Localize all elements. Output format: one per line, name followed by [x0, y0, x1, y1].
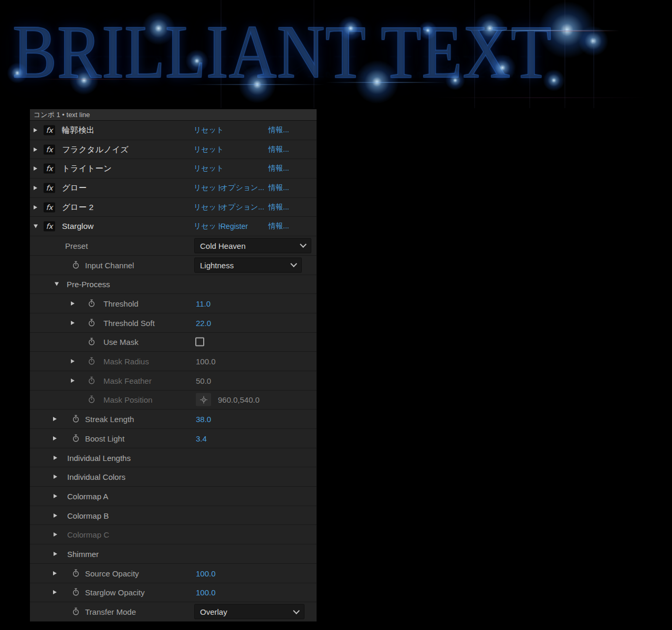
- fx-icon[interactable]: fx: [44, 125, 55, 135]
- use-mask-row[interactable]: Use Mask: [30, 333, 317, 352]
- twirl-arrow-icon[interactable]: [54, 513, 57, 518]
- preset-dropdown[interactable]: Cold Heaven: [194, 238, 311, 253]
- info-link[interactable]: 情報...: [268, 183, 289, 193]
- stopwatch-icon[interactable]: [88, 376, 96, 385]
- use-mask-checkbox[interactable]: [195, 338, 204, 346]
- twirl-arrow-icon[interactable]: [53, 417, 57, 421]
- boost-light-row[interactable]: Boost Light3.4: [30, 429, 317, 448]
- param-label: Input Channel: [85, 260, 134, 269]
- fx-icon[interactable]: fx: [44, 222, 55, 232]
- effect-row[interactable]: fxグロー 2リセットオプション...情報...: [30, 198, 317, 217]
- info-link[interactable]: 情報...: [268, 164, 289, 173]
- twirl-arrow-icon[interactable]: [71, 379, 75, 383]
- twirl-arrow-icon[interactable]: [71, 301, 75, 306]
- streak-length-row[interactable]: Streak Length38.0: [30, 410, 317, 429]
- stopwatch-icon[interactable]: [72, 261, 80, 269]
- effect-row[interactable]: fxグローリセットオプション...情報...: [30, 178, 317, 198]
- info-link[interactable]: 情報...: [268, 222, 289, 231]
- twirl-arrow-icon[interactable]: [55, 282, 59, 286]
- options-link[interactable]: オプション...: [220, 183, 264, 193]
- stopwatch-icon[interactable]: [88, 338, 96, 346]
- twirl-arrow-icon[interactable]: [54, 475, 57, 479]
- info-link[interactable]: 情報...: [268, 125, 289, 135]
- reset-link[interactable]: リセット: [194, 203, 224, 212]
- param-value[interactable]: 3.4: [196, 434, 207, 443]
- twirl-arrow-icon[interactable]: [34, 166, 37, 171]
- input-channel-dropdown[interactable]: Lightness: [194, 257, 302, 272]
- twirl-arrow-icon[interactable]: [54, 532, 57, 537]
- twirl-arrow-icon[interactable]: [34, 148, 37, 152]
- stopwatch-icon[interactable]: [72, 607, 80, 616]
- fx-icon[interactable]: fx: [44, 202, 55, 212]
- param-value[interactable]: 22.0: [196, 318, 211, 327]
- group-label: Colormap B: [67, 511, 109, 520]
- colormap-a-row[interactable]: Colormap A: [30, 487, 317, 506]
- mask-feather-row[interactable]: Mask Feather50.0: [30, 371, 317, 391]
- twirl-arrow-icon[interactable]: [34, 186, 37, 190]
- register-link[interactable]: Register: [220, 222, 248, 230]
- stopwatch-icon[interactable]: [88, 319, 96, 327]
- source-opacity-row[interactable]: Source Opacity100.0: [30, 564, 317, 583]
- dropdown-value: Lightness: [200, 260, 234, 269]
- param-label: Use Mask: [103, 338, 139, 346]
- mask-radius-row[interactable]: Mask Radius100.0: [30, 352, 317, 371]
- threshold-soft-row[interactable]: Threshold Soft22.0: [30, 313, 317, 333]
- preset-row[interactable]: PresetCold Heaven: [30, 236, 317, 256]
- transfer-mode-row[interactable]: Transfer ModeOverlay: [30, 602, 317, 622]
- panel-header-title[interactable]: コンポ 1 • text line: [30, 109, 317, 121]
- shimmer-row[interactable]: Shimmer: [30, 544, 317, 564]
- pre-process-row[interactable]: Pre-Process: [30, 275, 317, 295]
- param-value[interactable]: 960.0,540.0: [218, 395, 259, 404]
- effect-row[interactable]: fxトライトーンリセット情報...: [30, 159, 317, 178]
- colormap-c-row[interactable]: Colormap C: [30, 525, 317, 544]
- param-value[interactable]: 100.0: [196, 588, 216, 597]
- transfer-mode-dropdown[interactable]: Overlay: [194, 604, 304, 620]
- twirl-arrow-icon[interactable]: [53, 571, 57, 575]
- param-value[interactable]: 38.0: [196, 415, 211, 424]
- position-picker-icon[interactable]: [196, 393, 211, 406]
- individual-lengths-row[interactable]: Individual Lengths: [30, 448, 317, 468]
- stopwatch-icon[interactable]: [72, 588, 80, 596]
- fx-icon[interactable]: fx: [44, 183, 55, 193]
- param-value[interactable]: 50.0: [196, 376, 211, 385]
- reset-link[interactable]: リセット: [194, 183, 224, 193]
- reset-link[interactable]: リセット: [194, 222, 224, 231]
- reset-link[interactable]: リセット: [194, 145, 224, 154]
- mask-position-row[interactable]: Mask Position960.0,540.0: [30, 391, 317, 410]
- stopwatch-icon[interactable]: [72, 434, 80, 443]
- starglow-opacity-row[interactable]: Starglow Opacity100.0: [30, 583, 317, 603]
- colormap-b-row[interactable]: Colormap B: [30, 506, 317, 526]
- effect-row[interactable]: fx輪郭検出リセット情報...: [30, 121, 317, 140]
- twirl-arrow-icon[interactable]: [34, 225, 38, 228]
- twirl-arrow-icon[interactable]: [71, 321, 75, 325]
- stopwatch-icon[interactable]: [88, 395, 96, 404]
- effect-row[interactable]: fxフラクタルノイズリセット情報...: [30, 140, 317, 160]
- info-link[interactable]: 情報...: [268, 203, 289, 212]
- stopwatch-icon[interactable]: [88, 299, 96, 308]
- param-value[interactable]: 11.0: [196, 299, 211, 308]
- twirl-arrow-icon[interactable]: [54, 494, 57, 498]
- stopwatch-icon[interactable]: [88, 357, 96, 365]
- input-channel-row[interactable]: Input ChannelLightness: [30, 256, 317, 275]
- effect-row[interactable]: fxStarglowリセットRegister情報...: [30, 217, 317, 236]
- param-label: Streak Length: [85, 415, 134, 424]
- twirl-arrow-icon[interactable]: [71, 359, 75, 363]
- fx-icon[interactable]: fx: [44, 164, 55, 174]
- options-link[interactable]: オプション...: [220, 203, 264, 212]
- info-link[interactable]: 情報...: [268, 145, 289, 154]
- twirl-arrow-icon[interactable]: [53, 590, 57, 594]
- param-value[interactable]: 100.0: [196, 569, 216, 578]
- individual-colors-row[interactable]: Individual Colors: [30, 467, 317, 487]
- twirl-arrow-icon[interactable]: [34, 128, 37, 132]
- reset-link[interactable]: リセット: [194, 164, 224, 173]
- reset-link[interactable]: リセット: [194, 125, 224, 135]
- param-value[interactable]: 100.0: [196, 357, 216, 366]
- twirl-arrow-icon[interactable]: [34, 205, 37, 209]
- stopwatch-icon[interactable]: [72, 569, 80, 578]
- twirl-arrow-icon[interactable]: [53, 436, 57, 440]
- fx-icon[interactable]: fx: [44, 144, 55, 154]
- twirl-arrow-icon[interactable]: [54, 456, 57, 460]
- stopwatch-icon[interactable]: [72, 415, 80, 423]
- threshold-row[interactable]: Threshold11.0: [30, 294, 317, 313]
- twirl-arrow-icon[interactable]: [54, 552, 57, 556]
